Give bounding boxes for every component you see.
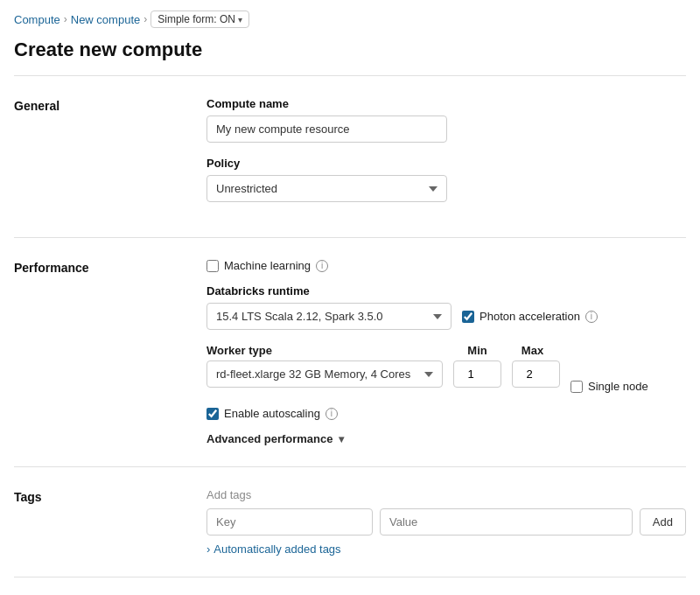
photon-label: Photon acceleration: [480, 310, 580, 323]
advanced-performance-label: Advanced performance: [206, 432, 333, 445]
autoscaling-label: Enable autoscaling: [224, 407, 320, 420]
breadcrumb-new-compute[interactable]: New compute: [71, 13, 140, 26]
chevron-right-small-icon: ›: [206, 542, 210, 556]
runtime-select[interactable]: 15.4 LTS Scala 2.12, Spark 3.5.0: [206, 303, 452, 330]
page-title: Create new compute: [0, 35, 700, 75]
runtime-row: 15.4 LTS Scala 2.12, Spark 3.5.0 Photon …: [206, 303, 686, 330]
breadcrumb-sep-2: ›: [144, 13, 147, 25]
worker-row: rd-fleet.xlarge 32 GB Memory, 4 Cores Si…: [206, 360, 686, 393]
machine-learning-checkbox[interactable]: [206, 260, 219, 272]
policy-group: Policy Unrestricted Personal Compute Pow…: [206, 157, 686, 202]
min-workers-input[interactable]: [453, 360, 501, 388]
worker-headers: Worker type Min Max: [206, 344, 686, 357]
autoscaling-info-icon[interactable]: i: [326, 408, 338, 420]
single-node-checkbox[interactable]: [570, 381, 583, 393]
general-section-content: Compute name Policy Unrestricted Persona…: [206, 97, 686, 216]
single-node-label: Single node: [588, 380, 648, 393]
general-section: General Compute name Policy Unrestricted…: [14, 75, 686, 237]
policy-label: Policy: [206, 157, 686, 170]
photon-checkbox[interactable]: [462, 311, 474, 323]
machine-learning-row: Machine learning i: [206, 259, 686, 272]
auto-tags-link[interactable]: › Automatically added tags: [206, 542, 686, 556]
databricks-runtime-group: Databricks runtime 15.4 LTS Scala 2.12, …: [206, 284, 686, 330]
add-tag-button[interactable]: Add: [640, 508, 686, 536]
add-tags-label: Add tags: [206, 488, 686, 501]
simple-form-label: Simple form: ON: [158, 13, 235, 25]
worker-type-select[interactable]: rd-fleet.xlarge 32 GB Memory, 4 Cores: [206, 360, 443, 388]
breadcrumb: Compute › New compute › Simple form: ON …: [0, 0, 700, 35]
advanced-performance-chevron-icon: ▾: [339, 433, 344, 445]
photon-info-icon[interactable]: i: [585, 311, 598, 323]
worker-type-header: Worker type: [206, 344, 443, 357]
compute-name-label: Compute name: [206, 97, 686, 110]
max-header: Max: [508, 344, 556, 357]
general-section-label: General: [14, 97, 206, 216]
tags-input-row: Add: [206, 508, 686, 536]
policy-select[interactable]: Unrestricted Personal Compute Power User…: [206, 175, 447, 202]
databricks-runtime-label: Databricks runtime: [206, 284, 686, 298]
machine-learning-label: Machine learning: [224, 259, 311, 272]
tag-key-input[interactable]: [206, 508, 373, 536]
single-node-row: Single node: [570, 380, 648, 393]
compute-name-input[interactable]: [206, 116, 447, 143]
max-workers-input[interactable]: [512, 360, 560, 388]
tags-section: Tags Add tags Add › Automatically added …: [14, 466, 686, 577]
simple-form-chevron-icon: ▾: [238, 15, 242, 24]
autoscaling-row: Enable autoscaling i: [206, 407, 686, 420]
worker-type-group: Worker type Min Max rd-fleet.xlarge 32 G…: [206, 344, 686, 393]
simple-form-toggle[interactable]: Simple form: ON ▾: [150, 10, 249, 28]
tags-section-label: Tags: [14, 488, 206, 556]
compute-name-group: Compute name: [206, 97, 686, 143]
autoscaling-checkbox[interactable]: [206, 408, 219, 420]
machine-learning-info-icon[interactable]: i: [316, 260, 328, 272]
advanced-performance-toggle[interactable]: Advanced performance ▾: [206, 432, 686, 445]
performance-section-label: Performance: [14, 259, 206, 445]
breadcrumb-sep-1: ›: [64, 13, 67, 25]
tag-value-input[interactable]: [380, 508, 633, 536]
min-header: Min: [453, 344, 501, 357]
auto-tags-label: Automatically added tags: [214, 542, 340, 556]
performance-section: Performance Machine learning i Databrick…: [14, 237, 686, 466]
breadcrumb-compute[interactable]: Compute: [14, 13, 60, 26]
performance-section-content: Machine learning i Databricks runtime 15…: [206, 259, 686, 445]
photon-row: Photon acceleration i: [462, 310, 598, 323]
advanced-section[interactable]: Advanced ›: [14, 577, 686, 595]
tags-section-content: Add tags Add › Automatically added tags: [206, 488, 686, 556]
